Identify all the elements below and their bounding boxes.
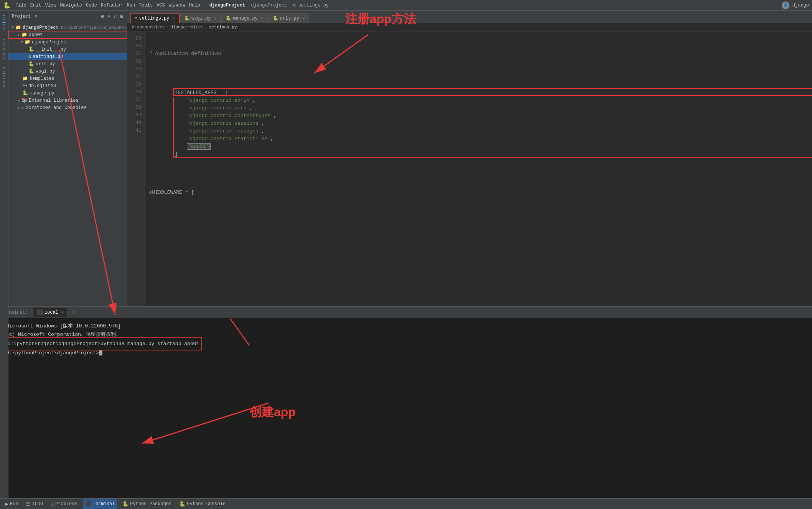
collapse-icon[interactable]: ≡ xyxy=(107,13,111,20)
python-console-status[interactable]: 🐍 Python Console xyxy=(177,499,228,509)
breadcrumb-file[interactable]: ⚙ settings.py xyxy=(293,2,329,8)
menu-run[interactable]: Run xyxy=(125,3,137,8)
expand-icon[interactable]: ⇄ xyxy=(113,12,117,20)
tree-db-label: db.sqlite3 xyxy=(28,83,56,89)
tab-settings-label: settings.py xyxy=(139,16,169,21)
menu-vcs[interactable]: VCS xyxy=(155,3,166,8)
tree-urls-label: urls.py xyxy=(36,61,55,67)
status-bar: ▶ Run ☰ TODO ⚠ Problems ⬛ Terminal 🐍 Pyt… xyxy=(0,498,812,509)
tree-djangoproject-folder[interactable]: ▼ 📁 djangoProject xyxy=(8,38,127,46)
user-avatar[interactable]: 👤 xyxy=(782,2,789,9)
code-line-29: # Application definition xyxy=(149,50,807,58)
code-line-38: 'app01' xyxy=(173,143,812,150)
sidebar-icons: ⊕ ≡ ⇄ ⚙ xyxy=(100,12,124,20)
todo-status[interactable]: ☰ TODO xyxy=(23,499,45,509)
tree-manage[interactable]: 🐍 manage.py xyxy=(8,89,127,97)
code-line-31: INSTALLED_APPS = [ xyxy=(173,88,812,96)
tree-external-label: External Libraries xyxy=(29,98,79,103)
tree-init[interactable]: 🐍 __init__.py xyxy=(8,46,127,53)
tree-urls[interactable]: 🐍 urls.py xyxy=(8,60,127,68)
python-console-icon: 🐍 xyxy=(179,501,185,507)
tree-wsgi[interactable]: 🐍 wsgi.py xyxy=(8,68,127,75)
tab-manage-close[interactable]: ✕ xyxy=(261,16,264,21)
structure-tab[interactable]: Structure xyxy=(1,35,8,63)
tab-urls[interactable]: 🐍 urls.py ✕ xyxy=(268,13,309,23)
menu-window[interactable]: Window xyxy=(167,3,187,8)
code-line-37: 'django.contrib.staticfiles', xyxy=(173,135,812,143)
code-line-30 xyxy=(149,73,807,81)
tab-settings[interactable]: ⚙ settings.py ✕ xyxy=(130,13,179,23)
terminal-local-tab[interactable]: ⬛ Local ✕ xyxy=(33,308,68,317)
python-packages-status[interactable]: 🐍 Python Packages xyxy=(120,499,174,509)
tree-settings-label: settings.py xyxy=(33,54,63,59)
tree-templates[interactable]: 📁 templates xyxy=(8,75,127,82)
settings-icon[interactable]: ⚙ xyxy=(119,12,124,20)
tree-root[interactable]: ▼ 📁 djangoProject D:\pythonProject\djang… xyxy=(8,24,127,31)
tab-settings-close[interactable]: ✕ xyxy=(172,16,175,21)
tree-templates-label: templates xyxy=(30,76,54,81)
tree-app01-label: app01 xyxy=(29,32,43,38)
menu-view[interactable]: View xyxy=(44,3,58,8)
menu-bar: 🐍 File Edit View Navigate Code Refactor … xyxy=(0,0,812,11)
local-tab-close[interactable]: ✕ xyxy=(61,310,64,315)
tab-wsgi-close[interactable]: ✕ xyxy=(214,16,217,21)
run-status[interactable]: ▶ Run xyxy=(3,499,20,509)
menu-file[interactable]: File xyxy=(14,3,28,8)
menu-navigate[interactable]: Navigate xyxy=(58,3,84,8)
favorites-tab[interactable]: Favorites xyxy=(1,64,8,93)
tree-db[interactable]: 🗃 db.sqlite3 xyxy=(8,82,127,89)
tab-wsgi[interactable]: 🐍 wsgi.py ✕ xyxy=(180,13,221,23)
breadcrumb-project[interactable]: djangoProject xyxy=(132,25,165,30)
menu-help[interactable]: Help xyxy=(188,3,202,8)
terminal-line-7: D:\pythonProject\djangoProject> xyxy=(6,349,806,357)
breadcrumb-subproject[interactable]: djangoProject xyxy=(251,3,287,8)
menu-refactor[interactable]: Refactor xyxy=(99,3,125,8)
terminal-line-3: (c) Microsoft Corporation。保留所有权利。 xyxy=(6,331,806,339)
settings-tab-icon: ⚙ xyxy=(135,15,137,21)
python-console-label: Python Console xyxy=(187,501,226,507)
tab-manage[interactable]: 🐍 manage.py ✕ xyxy=(221,13,267,23)
terminal-line-5: D:\pythonProject\djangoProject>python38 … xyxy=(6,339,806,349)
menu-tools[interactable]: Tools xyxy=(137,3,154,8)
tab-urls-close[interactable]: ✕ xyxy=(302,16,305,21)
breadcrumb-subdir[interactable]: djangoProject xyxy=(170,25,203,30)
tab-manage-label: manage.py xyxy=(233,16,258,21)
code-line-32: 'django.contrib.admin', xyxy=(173,97,812,104)
tree-wsgi-label: wsgi.py xyxy=(36,69,55,74)
terminal-status[interactable]: ⬛ Terminal xyxy=(83,499,117,509)
code-line-36: 'django.contrib.messages', xyxy=(173,127,812,135)
code-line-35: 'django.contrib.sessions', xyxy=(173,120,812,127)
locate-icon[interactable]: ⊕ xyxy=(100,12,105,20)
tree-settings[interactable]: ⚙ settings.py xyxy=(8,53,127,60)
bottom-tab-bar: Terminal: ⬛ Local ✕ + xyxy=(0,307,812,318)
sidebar-toolbar: Project ▼ ⊕ ≡ ⇄ ⚙ xyxy=(8,11,127,22)
local-tab-label: Local xyxy=(44,310,58,315)
tab-urls-label: urls.py xyxy=(280,16,299,21)
code-line-39: ] xyxy=(173,150,812,158)
right-side-controls: 👤 django xyxy=(782,2,809,9)
tree-scratches-label: Scratches and Consoles xyxy=(26,105,86,111)
tree-scratches[interactable]: ▶ ✏ Scratches and Consoles xyxy=(8,104,127,111)
terminal-status-label: Terminal xyxy=(93,501,115,507)
breadcrumb-project[interactable]: djangoProject xyxy=(209,3,245,8)
sidebar-dropdown[interactable]: ▼ xyxy=(35,14,37,19)
tree-app01[interactable]: ▶ 📁 app01 xyxy=(8,31,127,38)
tree-djangoproject-folder-label: djangoProject xyxy=(32,40,68,45)
tab-bar: ⚙ settings.py ✕ 🐍 wsgi.py ✕ 🐍 manage.py … xyxy=(127,11,812,23)
left-side-tabs: Project Structure Favorites xyxy=(0,11,8,498)
tree-manage-label: manage.py xyxy=(30,91,54,96)
terminal-content[interactable]: Microsoft Windows [版本 10.0.22000.978] (c… xyxy=(0,318,812,498)
terminal-command-highlight: D:\pythonProject\djangoProject>python38 … xyxy=(6,339,201,349)
menu-edit[interactable]: Edit xyxy=(29,3,43,8)
tree-external[interactable]: ▶ 📚 External Libraries xyxy=(8,97,127,104)
problems-icon: ⚠ xyxy=(51,501,54,507)
add-terminal-btn[interactable]: + xyxy=(71,309,75,316)
problems-status[interactable]: ⚠ Problems xyxy=(48,499,79,509)
breadcrumb-current[interactable]: settings.py xyxy=(209,25,237,30)
project-tab[interactable]: Project xyxy=(1,11,8,35)
editor-breadcrumb: djangoProject › djangoProject › settings… xyxy=(127,23,812,31)
breadcrumb-nav: djangoProject › djangoProject › ⚙ settin… xyxy=(202,2,336,8)
menu-code[interactable]: Code xyxy=(84,3,99,8)
code-line-40 xyxy=(149,166,807,174)
python-pkg-icon: 🐍 xyxy=(122,501,128,507)
